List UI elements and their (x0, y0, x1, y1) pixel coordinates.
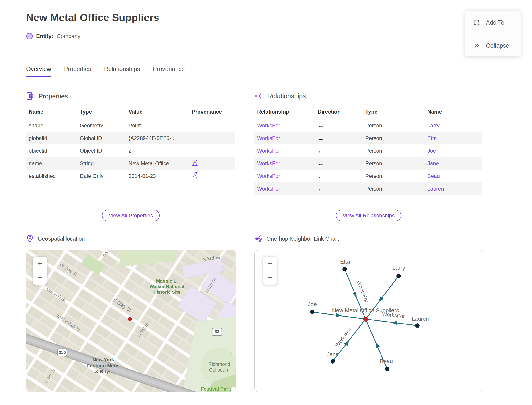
prop-value: Point (126, 122, 189, 129)
route-shield-label: 33 (215, 329, 219, 334)
add-to-label: Add To (486, 19, 505, 26)
related-name-link[interactable]: Beau (425, 173, 482, 179)
table-row: WorksFor ← Person Joe (254, 144, 482, 157)
tab-provenance[interactable]: Provenance (153, 66, 185, 77)
node-beau[interactable] (385, 367, 389, 371)
prop-type: Date Only (77, 173, 126, 179)
prop-value: New Metal Office ... (126, 160, 189, 167)
col-header-type: Type (363, 109, 425, 115)
col-header-direction: Direction (315, 109, 363, 115)
provenance-flag-icon[interactable] (192, 172, 198, 179)
properties-table-header: Name Type Value Provenance (26, 107, 235, 119)
table-row: WorksFor ← Person Jane (254, 157, 482, 170)
col-header-name: Name (26, 109, 77, 115)
map-zoom-in-button[interactable]: + (33, 256, 47, 270)
link-chart-zoom-in-button[interactable]: + (263, 256, 277, 270)
node-label: Jane (327, 351, 339, 357)
relationships-section-title: Relationships (267, 93, 306, 100)
link-chart-panel: WorksFor WorksFor WorksFor Etta Larry Jo… (254, 250, 483, 392)
prop-name: shape (26, 122, 77, 129)
related-name-link[interactable]: Lauren (425, 186, 482, 192)
table-row: WorksFor ← Person Larry (254, 119, 482, 132)
properties-section-header: Properties (26, 92, 68, 101)
table-row: shape Geometry Point (26, 119, 235, 132)
entity-badge: Entity: Company (26, 33, 80, 40)
route-shield-250: 250 (57, 349, 67, 356)
arrowhead (353, 292, 359, 299)
node-larry[interactable] (396, 274, 401, 278)
geospatial-section-title: Geospatial location (38, 236, 85, 242)
view-all-properties-button[interactable]: View All Properties (102, 210, 160, 221)
entity-location-marker[interactable] (128, 317, 132, 321)
link-chart-zoom-out-button[interactable]: − (263, 271, 277, 285)
related-type: Person (363, 160, 425, 167)
map-canvas[interactable]: k Rd Sa W Clay St Marshall St W Marshall… (26, 250, 236, 392)
table-row: WorksFor ← Person Etta (254, 132, 482, 144)
relationship-link[interactable]: WorksFor (254, 135, 315, 141)
provenance-flag-icon[interactable] (192, 160, 198, 166)
poi-label: Historic Site (153, 290, 181, 295)
route-shield-label: 250 (59, 350, 66, 355)
direction-arrow: ← (315, 172, 363, 180)
node-etta[interactable] (342, 267, 347, 271)
tab-properties[interactable]: Properties (64, 66, 91, 77)
poi-label: & Boys (95, 369, 112, 374)
relationship-link[interactable]: WorksFor (254, 186, 315, 192)
direction-arrow: ← (315, 122, 363, 129)
relationship-link[interactable]: WorksFor (254, 173, 315, 179)
node-jane[interactable] (331, 359, 335, 364)
node-label: Joe (308, 301, 317, 307)
map-pin-icon (27, 235, 33, 243)
related-name-link[interactable]: Jane (425, 160, 482, 167)
relationship-link[interactable]: WorksFor (254, 148, 315, 154)
route-shield-33: 33 (212, 328, 222, 335)
table-row: WorksFor ← Person Beau (254, 170, 482, 182)
prop-provenance (189, 160, 235, 168)
entity-detail-page: New Metal Office Suppliers Entity: Compa… (0, 0, 532, 405)
arrowhead (374, 341, 380, 348)
node-joe[interactable] (310, 310, 314, 314)
properties-table-body: shape Geometry Point globalid Global ID … (26, 119, 235, 182)
add-to-button[interactable]: Add To (472, 19, 505, 27)
relationships-table-body: WorksFor ← Person Larry WorksFor ← Perso… (254, 119, 482, 195)
related-name-link[interactable]: Etta (425, 135, 482, 141)
entity-type-dot (26, 33, 33, 40)
geospatial-section-header: Geospatial location (27, 235, 85, 243)
link-chart-canvas[interactable]: WorksFor WorksFor WorksFor Etta Larry Jo… (255, 250, 483, 392)
relationships-table-header: Relationship Direction Type Name (254, 107, 482, 119)
related-name-link[interactable]: Joe (425, 148, 482, 154)
relationships-table: Relationship Direction Type Name WorksFo… (254, 107, 482, 195)
table-row: globalid Global ID {A228944F-0EF5-... (26, 132, 235, 144)
node-lauren[interactable] (415, 323, 420, 328)
poi-label: Coliseum (209, 367, 229, 373)
col-header-value: Value (126, 109, 189, 115)
collapse-button[interactable]: Collapse (472, 42, 509, 50)
relationship-link[interactable]: WorksFor (254, 122, 315, 129)
prop-name: globalid (26, 135, 77, 141)
poi-label: Fashion Mens (87, 363, 120, 368)
col-header-relationship: Relationship (254, 109, 315, 115)
relationships-section-header: Relationships (254, 92, 306, 100)
related-type: Person (363, 173, 425, 179)
col-header-name: Name (425, 109, 482, 115)
map-zoom-out-button[interactable]: − (33, 271, 47, 285)
related-type: Person (363, 148, 425, 154)
tab-overview[interactable]: Overview (26, 66, 51, 77)
tab-relationships[interactable]: Relationships (104, 66, 140, 77)
node-center-company[interactable] (363, 317, 368, 322)
table-row: WorksFor ← Person Lauren (254, 182, 482, 195)
prop-type: Global ID (77, 135, 126, 141)
poi-label: Festival Park (201, 386, 231, 392)
view-all-relationships-button[interactable]: View All Relationships (336, 210, 401, 221)
prop-provenance (189, 172, 235, 180)
related-name-link[interactable]: Larry (425, 122, 482, 129)
direction-arrow: ← (315, 135, 363, 142)
entity-label: Entity: (36, 33, 53, 40)
col-header-provenance: Provenance (189, 109, 235, 115)
table-row: established Date Only 2014-01-23 (26, 170, 235, 182)
related-type: Person (363, 186, 425, 192)
relationships-icon (254, 92, 263, 100)
relationship-link[interactable]: WorksFor (254, 160, 315, 167)
link-chart-icon (254, 235, 262, 243)
prop-type: String (77, 160, 126, 167)
